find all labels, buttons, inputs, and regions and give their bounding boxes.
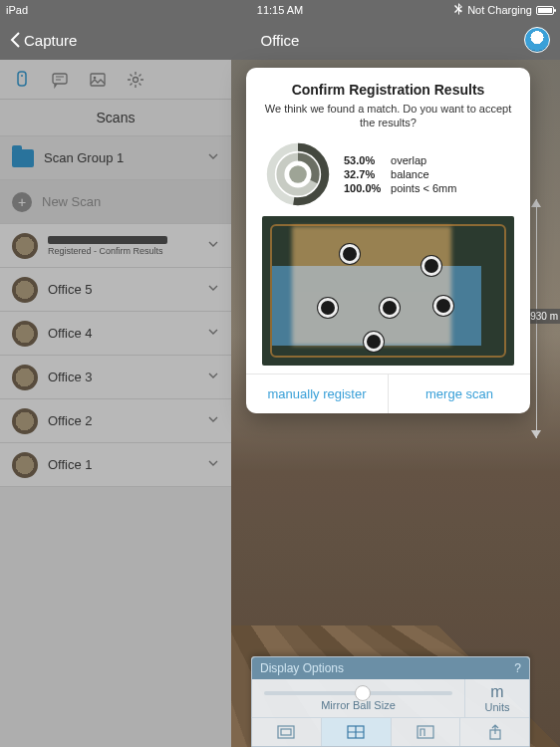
chevron-down-icon [207,413,219,428]
chevron-down-icon [207,457,219,472]
balance-value: 32.7% [344,168,388,180]
modal-stats: 53.0% overlap 32.7% balance 100.0% point… [262,142,514,206]
units-label: Units [469,701,525,713]
sidebar-item-label: Office 2 [48,413,93,428]
svg-point-4 [94,76,97,79]
scan-thumb [12,321,38,347]
scan-point-icon [340,244,360,264]
tab-scans[interactable] [12,70,32,90]
avatar[interactable] [524,27,550,53]
back-button[interactable]: Capture [10,32,77,49]
plus-icon: + [12,192,32,212]
opts-title: Display Options [260,661,344,675]
scan-thumb [12,408,38,434]
folder-icon [12,149,34,167]
points-label: points < 6mm [391,182,456,194]
scan-point-icon [364,332,384,352]
sidebar-item-label: Office 1 [48,457,93,472]
opt-share[interactable] [460,718,529,746]
modal-title: Confirm Registration Results [262,82,514,98]
tab-images[interactable] [88,70,108,90]
units-button[interactable]: m Units [465,679,529,717]
sidebar-item[interactable]: Office 4 [0,312,231,356]
sidebar-item-label: Office 4 [48,326,93,341]
manually-register-button[interactable]: manually register [246,374,389,413]
tab-annotations[interactable] [50,70,70,90]
modal-body: We think we found a match. Do you want t… [262,102,514,130]
display-options-panel: Display Options ? Mirror Ball Size m Uni… [251,656,530,747]
page-title: Office [261,32,300,49]
help-button[interactable]: ? [514,661,521,675]
points-value: 100.0% [344,182,388,194]
units-symbol: m [469,683,525,701]
chevron-down-icon [207,370,219,384]
battery-icon [536,6,554,15]
balance-label: balance [391,168,429,180]
opt-view-2[interactable] [322,718,392,746]
sidebar-group[interactable]: Scan Group 1 [0,136,231,180]
opts-footer [252,717,529,746]
sidebar-item[interactable]: Office 5 [0,268,231,312]
scan-point-icon [433,296,453,316]
bluetooth-icon [454,3,463,17]
redacted-title [48,236,167,244]
overlap-value: 53.0% [344,154,388,166]
sidebar-header: Scans [0,100,231,136]
confirm-registration-modal: Confirm Registration Results We think we… [246,68,530,413]
merge-scan-button[interactable]: merge scan [389,374,530,413]
scan-point-icon [318,298,338,318]
svg-point-5 [134,77,139,82]
chevron-down-icon [207,150,219,165]
sidebar-item-label: Office 5 [48,282,93,297]
svg-point-15 [289,165,307,183]
chevron-down-icon [207,326,219,341]
sidebar-tabs [0,60,231,100]
new-scan-button[interactable]: + New Scan [0,180,231,224]
scan-thumb [12,452,38,478]
sidebar-item-selected[interactable]: Registered - Confirm Results [0,224,231,268]
back-label: Capture [24,32,77,49]
svg-rect-9 [418,726,433,738]
selected-subtitle: Registered - Confirm Results [48,246,197,256]
sidebar-item[interactable]: Office 1 [0,443,231,487]
overlap-label: overlap [391,154,426,166]
charge-label: Not Charging [467,4,532,16]
scan-thumb [12,365,38,390]
chevron-down-icon [207,282,219,297]
opt-view-1[interactable] [252,718,322,746]
group-label: Scan Group 1 [44,150,124,165]
scan-point-icon [421,256,441,276]
mirror-ball-slider[interactable]: Mirror Ball Size [252,679,465,717]
registration-preview-image [262,216,514,366]
svg-rect-0 [18,72,26,86]
tab-settings[interactable] [126,70,145,90]
slider-label: Mirror Ball Size [260,699,456,711]
sidebar-item-label: Office 3 [48,370,93,384]
svg-rect-7 [281,729,291,735]
scan-point-icon [380,298,400,318]
opt-view-3[interactable] [392,718,461,746]
stats-donut-icon [266,142,330,206]
scan-thumb [12,277,38,303]
svg-rect-2 [53,74,67,84]
sidebar: Scans Scan Group 1 + New Scan Registered… [0,60,231,747]
device-label: iPad [6,4,28,16]
status-bar: iPad 11:15 AM Not Charging [0,0,560,20]
svg-rect-3 [91,74,105,86]
new-scan-label: New Scan [42,194,101,209]
sidebar-item[interactable]: Office 2 [0,399,231,443]
status-time: 11:15 AM [257,4,303,16]
chevron-down-icon [207,238,219,253]
scan-thumb [12,233,38,259]
app-root: iPad 11:15 AM Not Charging Capture Offic… [0,0,560,747]
sidebar-item[interactable]: Office 3 [0,356,231,399]
nav-bar: Capture Office [0,20,560,60]
svg-rect-6 [278,726,294,738]
svg-point-1 [21,75,23,77]
